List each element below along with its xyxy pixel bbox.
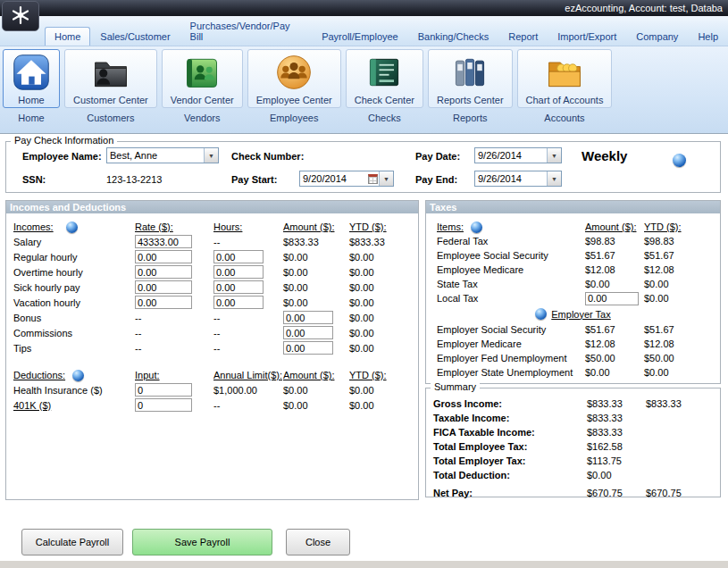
ytd-value: $0.00 <box>349 328 418 338</box>
local-tax-input[interactable] <box>585 292 639 305</box>
employer-tax-help-globe-icon[interactable] <box>535 308 547 320</box>
toolbar-sub-label-checks[interactable]: Checks <box>368 113 401 123</box>
reports-center-button[interactable]: Reports Center <box>428 49 513 108</box>
deduction-input[interactable] <box>135 398 192 412</box>
app-logo-button[interactable] <box>2 1 39 31</box>
calculate-payroll-button[interactable]: Calculate Payroll <box>21 529 123 555</box>
toolbar-sub-label-employees[interactable]: Employees <box>270 113 318 123</box>
amount-value: $0.00 <box>283 400 349 411</box>
taxes-section-header: Taxes <box>426 201 720 213</box>
chevron-down-icon[interactable]: ▼ <box>547 171 561 186</box>
tax-amount-value: $0.00 <box>585 367 644 378</box>
income-row-label: Sick hourly pay <box>13 282 135 293</box>
tab-company[interactable]: Company <box>626 27 688 46</box>
window-title: ezAccounting, Account: test, Databa <box>565 3 723 13</box>
paycheck-help-globe-icon[interactable] <box>673 154 686 167</box>
hours-input[interactable] <box>213 250 264 263</box>
deduction-row-label: Health Insurance ($) <box>13 385 135 396</box>
tab-report[interactable]: Report <box>498 27 548 46</box>
items-header-label: Items: <box>437 221 464 232</box>
save-payroll-button[interactable]: Save Payroll <box>132 529 272 555</box>
rate-value: -- <box>135 328 213 338</box>
chevron-down-icon[interactable]: ▼ <box>379 171 393 186</box>
rate-column-header: Rate ($): <box>135 221 213 232</box>
pay-start-datepicker[interactable]: 9/20/2014 ▼ <box>299 171 394 187</box>
ssn-label: SSN: <box>22 174 46 185</box>
summary-row-label: FICA Taxable Income: <box>433 427 587 438</box>
amount-input[interactable] <box>283 341 333 355</box>
employee-name-select[interactable]: Best, Anne ▼ <box>106 147 219 163</box>
toolbar-sub-label-reports[interactable]: Reports <box>453 113 488 123</box>
tab-import-export[interactable]: Import/Export <box>548 27 626 46</box>
tax-row: Employer Social Security$51.67$51.67 <box>426 322 720 337</box>
rate-input[interactable] <box>135 235 192 248</box>
toolbar-sub-label-vendors[interactable]: Vendors <box>184 113 220 123</box>
summary-rows: Gross Income:$833.33$833.33Taxable Incom… <box>426 388 720 500</box>
check-center-button[interactable]: Check Center <box>346 49 423 108</box>
summary-ytd-value: $833.33 <box>646 398 720 409</box>
tax-row: Employee Social Security$51.67$51.67 <box>426 248 720 263</box>
income-row-label: Salary <box>13 237 135 247</box>
chevron-down-icon[interactable]: ▼ <box>204 148 218 163</box>
rate-input[interactable] <box>135 250 192 263</box>
paycheck-section-title: Pay Check Information <box>11 135 117 146</box>
toolbar-item-reports-center: Reports Center Reports <box>428 49 513 123</box>
hours-value: -- <box>213 313 283 323</box>
tax-row-label: Employee Medicare <box>437 264 585 275</box>
tab-sales-customer[interactable]: Sales/Customer <box>90 27 180 46</box>
deduction-row: Health Insurance ($)$1,000.00$0.00$0.00 <box>6 382 418 397</box>
ytd-value: $0.00 <box>349 343 418 354</box>
taxes-help-globe-icon[interactable] <box>471 221 482 233</box>
ytd-value: $0.00 <box>349 385 418 396</box>
toolbar-sub-label-home[interactable]: Home <box>18 113 44 123</box>
rate-input[interactable] <box>135 296 192 309</box>
close-button[interactable]: Close <box>286 529 350 555</box>
customer-center-button[interactable]: Customer Center <box>64 49 157 108</box>
tab-help[interactable]: Help <box>688 27 728 46</box>
calendar-icon[interactable] <box>368 174 378 184</box>
summary-row: Net Pay:$670.75$670.75 <box>426 486 720 500</box>
items-column-header: Items: <box>437 221 585 233</box>
tab-banking-checks[interactable]: Banking/Checks <box>408 27 499 46</box>
chevron-down-icon[interactable]: ▼ <box>547 148 561 163</box>
toolbar-button-label: Reports Center <box>437 95 504 105</box>
hours-column-header: Hours: <box>213 221 283 232</box>
toolbar-item-vendor-center: Vendor Center Vendors <box>162 49 243 123</box>
tax-row-label: Federal Tax <box>437 236 585 246</box>
pay-date-select[interactable]: 9/26/2014 ▼ <box>474 147 562 163</box>
app-logo-icon <box>10 4 31 28</box>
tab-home[interactable]: Home <box>45 27 90 46</box>
rate-input[interactable] <box>135 280 192 294</box>
deduction-input[interactable] <box>135 383 192 397</box>
hours-value: -- <box>213 237 283 247</box>
toolbar-sub-label-customers[interactable]: Customers <box>87 113 134 123</box>
deduction-row-label[interactable]: 401K ($) <box>13 400 135 411</box>
summary-row: FICA Taxable Income:$833.33 <box>426 425 720 439</box>
summary-row-label: Gross Income: <box>433 398 587 409</box>
tab-purchases-vendor-pay-bill[interactable]: Purchases/Vendor/Pay Bill <box>180 16 313 46</box>
hours-input[interactable] <box>213 280 264 294</box>
ytd-value: $0.00 <box>349 297 418 308</box>
vendor-center-button[interactable]: Vendor Center <box>162 49 243 108</box>
toolbar-sub-label-accounts[interactable]: Accounts <box>544 113 584 123</box>
tax-ytd-value: $0.00 <box>644 279 720 289</box>
incomes-help-globe-icon[interactable] <box>66 221 78 233</box>
amount-input[interactable] <box>283 311 333 324</box>
tax-row-label: Employer Social Security <box>437 324 585 335</box>
toolbar-item-home: Home Home <box>3 49 60 123</box>
amount-input[interactable] <box>283 326 333 339</box>
employee-center-button[interactable]: Employee Center <box>247 49 341 108</box>
deductions-help-globe-icon[interactable] <box>72 370 84 381</box>
tab-payroll-employee[interactable]: Payroll/Employee <box>312 27 408 46</box>
chart-of-accounts-button[interactable]: Chart of Accounts <box>517 49 613 108</box>
rate-input[interactable] <box>135 265 192 279</box>
hours-input[interactable] <box>213 296 264 309</box>
pay-end-select[interactable]: 9/26/2014 ▼ <box>474 171 562 187</box>
income-row-label: Commissions <box>13 328 135 338</box>
home-button[interactable]: Home <box>3 49 60 108</box>
amount-value: $0.00 <box>283 282 349 293</box>
hours-input[interactable] <box>213 265 264 279</box>
ytd-value: $0.00 <box>349 252 418 263</box>
amount-value: $0.00 <box>283 297 349 308</box>
summary-row: Total Employer Tax:$113.75 <box>426 454 720 468</box>
